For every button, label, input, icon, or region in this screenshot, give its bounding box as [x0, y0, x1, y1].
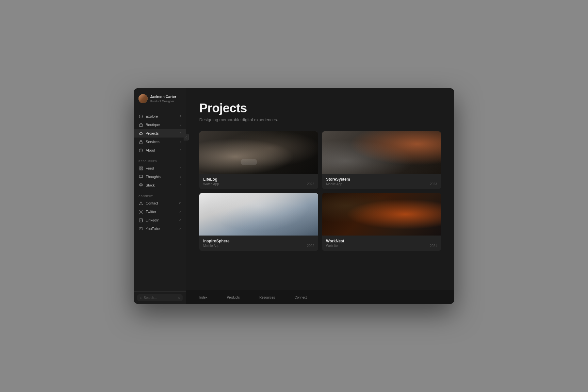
resources-label: RESOURCES [134, 157, 186, 164]
profile-name: Jackson Carter [150, 94, 176, 99]
boutique-badge: 2 [180, 123, 181, 126]
sidebar-item-services[interactable]: Services 4 [134, 138, 186, 146]
feed-label: Feed [146, 166, 177, 170]
youtube-ext-badge: ↗ [179, 227, 181, 230]
thoughts-badge: 7 [180, 175, 181, 178]
youtube-icon [139, 226, 143, 231]
sidebar-item-stack[interactable]: Stack 8 [134, 181, 186, 189]
grid-icon [139, 166, 143, 171]
search-badge: 5 [178, 296, 180, 300]
connect-label: CONNECT [134, 192, 186, 199]
project-image-inspirosphere [199, 193, 318, 236]
connect-section: CONNECT Contact C Twitter ↗ [134, 191, 186, 234]
project-name-worknest: WorkNest [326, 239, 344, 243]
sidebar-item-linkedin[interactable]: LinkedIn ↗ [134, 216, 186, 224]
explore-label: Explore [146, 114, 177, 118]
projects-grid: LifeLog Watch App 2023 StoreSystem [199, 131, 441, 251]
project-meta-worknest: WorkNest Website [326, 239, 344, 248]
sidebar-item-thoughts[interactable]: Thoughts 7 [134, 172, 186, 181]
storesystem-thumbnail [322, 131, 441, 174]
project-type-inspirosphere: Mobile App [203, 244, 230, 248]
project-info-worknest: WorkNest Website 2021 [322, 236, 441, 251]
sidebar-item-twitter[interactable]: Twitter ↗ [134, 207, 186, 216]
collapse-sidebar-button[interactable] [184, 134, 189, 140]
project-year-inspirosphere: 2022 [307, 244, 314, 248]
project-card-worknest[interactable]: WorkNest Website 2021 [322, 193, 441, 251]
footer-products-label: Products [227, 296, 239, 299]
project-image-storesystem [322, 131, 441, 174]
sidebar-item-boutique[interactable]: Boutique 2 [134, 121, 186, 129]
sidebar-item-contact[interactable]: Contact C [134, 199, 186, 207]
page-subtitle: Designing memorable digital experiences. [199, 117, 441, 122]
about-label: About [146, 148, 177, 152]
search-bar[interactable]: ⌕ Search... 5 [137, 294, 183, 301]
svg-point-6 [141, 149, 141, 150]
linkedin-ext-badge: ↗ [179, 219, 181, 222]
lifelog-thumbnail [199, 131, 318, 174]
project-image-worknest [322, 193, 441, 236]
resources-section: RESOURCES Feed 6 [134, 156, 186, 191]
triangle-icon [139, 201, 143, 205]
svg-rect-7 [139, 167, 140, 168]
project-image-lifelog [199, 131, 318, 174]
svg-point-0 [139, 115, 142, 118]
project-year-worknest: 2021 [430, 244, 437, 248]
project-card-lifelog[interactable]: LifeLog Watch App 2023 [199, 131, 318, 189]
sidebar-item-feed[interactable]: Feed 6 [134, 164, 186, 172]
project-meta-inspirosphere: InspiroSphere Mobile App [203, 239, 230, 248]
footer-col-resources: Resources [259, 294, 275, 300]
page-title: Projects [199, 101, 441, 115]
services-label: Services [146, 140, 177, 144]
sidebar-item-explore[interactable]: Explore 1 [134, 112, 186, 121]
services-badge: 4 [180, 140, 181, 143]
bag-icon [139, 122, 143, 127]
profile-area[interactable]: Jackson Carter Product Designer [134, 88, 186, 108]
project-card-inspirosphere[interactable]: InspiroSphere Mobile App 2022 [199, 193, 318, 251]
contact-badge: C [179, 202, 182, 205]
thoughts-label: Thoughts [146, 175, 177, 179]
svg-marker-15 [140, 228, 142, 229]
feed-badge: 6 [180, 167, 181, 170]
search-icon: ⌕ [140, 296, 142, 300]
project-type-storesystem: Mobile App [326, 182, 350, 186]
sidebar: Jackson Carter Product Designer Explore … [134, 88, 186, 304]
twitter-label: Twitter [146, 210, 176, 214]
project-name-storesystem: StoreSystem [326, 177, 350, 182]
footer-index-label: Index [199, 296, 207, 299]
project-type-worknest: Website [326, 244, 344, 248]
project-meta-lifelog: LifeLog Watch App [203, 177, 219, 186]
svg-rect-3 [139, 141, 142, 144]
projects-label: Projects [146, 131, 177, 135]
sidebar-item-youtube[interactable]: YouTube ↗ [134, 224, 186, 233]
chat-icon [139, 174, 143, 179]
projects-badge: 3 [180, 132, 181, 135]
svg-rect-9 [139, 169, 140, 170]
boutique-label: Boutique [146, 123, 177, 127]
youtube-label: YouTube [146, 227, 176, 231]
worknest-thumbnail [322, 193, 441, 236]
project-card-storesystem[interactable]: StoreSystem Mobile App 2023 [322, 131, 441, 189]
about-badge: 5 [180, 149, 181, 152]
twitter-ext-badge: ↗ [179, 210, 181, 213]
footer-connect-label: Connect [295, 296, 307, 299]
twitter-icon [139, 209, 143, 214]
search-placeholder: Search... [144, 296, 176, 300]
avatar [139, 94, 148, 103]
sidebar-item-projects[interactable]: Projects 3 [134, 129, 186, 138]
lock-icon [139, 139, 143, 144]
compass-icon [139, 114, 143, 119]
profile-info: Jackson Carter Product Designer [150, 94, 176, 103]
sidebar-item-about[interactable]: About 5 [134, 146, 186, 155]
project-year-storesystem: 2023 [430, 182, 437, 186]
project-meta-storesystem: StoreSystem Mobile App [326, 177, 350, 186]
inspirosphere-thumbnail [199, 193, 318, 236]
svg-rect-10 [141, 169, 142, 170]
stack-badge: 8 [180, 184, 181, 187]
svg-rect-8 [141, 167, 142, 168]
footer-col-connect: Connect [295, 294, 307, 300]
content-area: Projects Designing memorable digital exp… [186, 88, 454, 290]
main-content: Projects Designing memorable digital exp… [186, 88, 454, 304]
footer-col-index: Index [199, 294, 207, 300]
sidebar-footer: ⌕ Search... 5 [134, 291, 186, 304]
project-info-lifelog: LifeLog Watch App 2023 [199, 174, 318, 189]
